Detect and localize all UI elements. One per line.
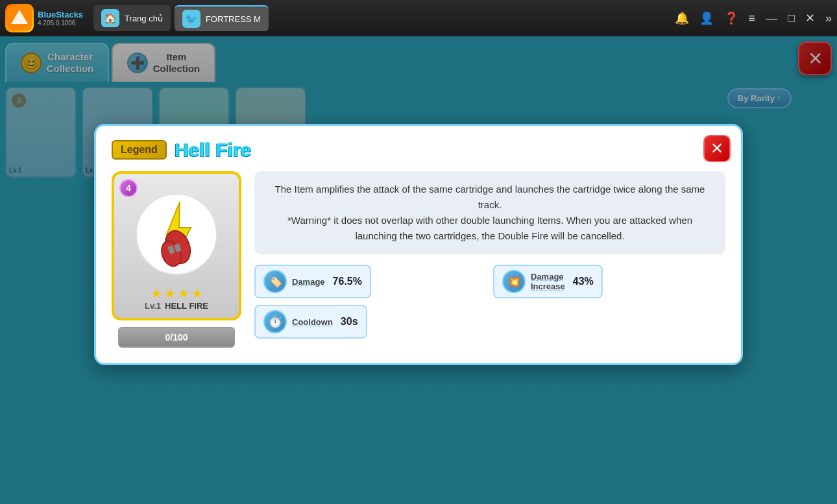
cooldown-value: 30s (341, 316, 358, 328)
maximize-icon[interactable]: □ (788, 12, 795, 25)
expand-icon[interactable]: » (825, 12, 832, 25)
cooldown-label: Cooldown (292, 317, 333, 327)
home-btn-label: Trang chủ (125, 14, 163, 23)
game-button[interactable]: 🐦 FORTRESS M (175, 5, 269, 31)
game-icon: 🐦 (182, 10, 200, 28)
stat-damage-box: 🏷️ Damage 76.5% (254, 265, 371, 298)
brand-version: 4.205.0.1006 (38, 19, 83, 27)
game-area: 😊 Character Collection ➕ Item Collection… (0, 36, 837, 504)
legend-badge: Legend (112, 140, 167, 160)
minimize-icon[interactable]: — (766, 12, 777, 25)
item-detail-dialog: Legend Hell Fire ✕ 4 (94, 124, 743, 365)
stat-cooldown: ⏱️ Cooldown 30s (254, 305, 487, 339)
brand-info: BlueStacks 4.205.0.1006 (38, 10, 83, 27)
bluestacks-logo (5, 4, 34, 32)
home-button[interactable]: 🏠 Trang chủ (93, 5, 171, 31)
home-icon: 🏠 (101, 9, 119, 27)
close-window-icon[interactable]: ✕ (805, 11, 815, 25)
dialog-header: Legend Hell Fire (112, 139, 725, 161)
item-progress-bar: 0/100 (118, 327, 235, 348)
item-name: HELL FIRE (165, 301, 208, 311)
stat-cooldown-box: ⏱️ Cooldown 30s (254, 305, 367, 339)
damage-increase-label: DamageIncrease (531, 272, 565, 291)
menu-icon[interactable]: ≡ (749, 12, 756, 25)
stat-damage: 🏷️ Damage 76.5% (254, 265, 487, 298)
star-4: ★ (191, 285, 203, 301)
stat-damage-increase-box: 💥 DamageIncrease 43% (493, 265, 603, 298)
window-controls: 🔔 👤 ❓ ≡ — □ ✕ » (675, 11, 832, 25)
damage-increase-value: 43% (573, 276, 594, 287)
item-description-text: The Item amplifies the attack of the sam… (275, 184, 705, 241)
item-name-row: Lv.1 HELL FIRE (145, 301, 208, 311)
help-icon[interactable]: ❓ (724, 11, 738, 25)
item-level: Lv.1 (145, 301, 161, 311)
item-number-badge: 4 (119, 179, 138, 197)
dialog-body: 4 (112, 171, 725, 348)
item-desc-box: The Item amplifies the attack of the sam… (254, 171, 725, 254)
dialog-title: Hell Fire (175, 139, 251, 161)
brand-name: BlueStacks (38, 10, 83, 19)
account-icon[interactable]: 👤 (699, 11, 714, 25)
damage-label: Damage (292, 277, 325, 287)
stat-damage-increase: 💥 DamageIncrease 43% (493, 265, 725, 298)
taskbar: BlueStacks 4.205.0.1006 🏠 Trang chủ 🐦 FO… (0, 0, 837, 36)
item-description-panel: The Item amplifies the attack of the sam… (254, 171, 725, 348)
item-image (128, 186, 225, 283)
item-card: 4 (112, 171, 241, 320)
game-btn-label: FORTRESS M (206, 14, 261, 24)
bell-icon[interactable]: 🔔 (675, 11, 689, 25)
item-card-container: 4 (112, 171, 241, 348)
item-stars: ★ ★ ★ ★ (151, 285, 203, 301)
damage-increase-icon: 💥 (502, 270, 526, 293)
damage-icon: 🏷️ (263, 270, 287, 293)
dialog-close-button[interactable]: ✕ (703, 135, 731, 162)
star-1: ★ (151, 285, 162, 301)
stats-grid: 🏷️ Damage 76.5% 💥 DamageIncrease 43% (254, 265, 725, 339)
star-3: ★ (178, 285, 189, 301)
star-2: ★ (164, 285, 176, 301)
cooldown-icon: ⏱️ (263, 310, 287, 333)
damage-value: 76.5% (333, 276, 362, 287)
